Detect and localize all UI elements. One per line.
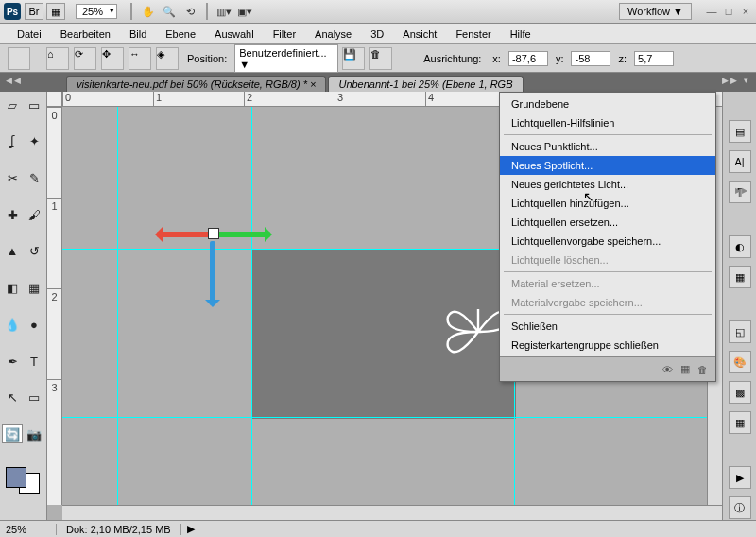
menu-datei[interactable]: Datei: [8, 26, 51, 43]
hand-icon[interactable]: ✋: [140, 3, 157, 20]
type-tool[interactable]: T: [24, 352, 44, 371]
status-docsize[interactable]: Dok: 2,10 MB/2,15 MB: [57, 524, 181, 535]
menu-auswahl[interactable]: Auswahl: [205, 26, 264, 43]
ruler-origin[interactable]: [47, 92, 62, 107]
stamp-tool[interactable]: ▲: [2, 242, 23, 261]
blur-tool[interactable]: 💧: [2, 315, 23, 334]
dodge-tool[interactable]: ●: [24, 315, 44, 334]
gizmo-center[interactable]: [208, 228, 219, 239]
new-icon[interactable]: ▦: [680, 363, 690, 375]
3d-gizmo[interactable]: [157, 211, 270, 315]
actions-panel-icon[interactable]: ▶: [729, 466, 751, 489]
z-axis-handle[interactable]: [210, 241, 215, 305]
eraser-tool[interactable]: ◧: [2, 279, 23, 298]
menu-neues-spotlicht[interactable]: Neues Spotlicht...: [500, 156, 715, 175]
lasso-tool[interactable]: ʆ: [2, 132, 23, 151]
scrollbar-horizontal[interactable]: [62, 505, 722, 520]
history-panel-icon[interactable]: ▤: [729, 120, 751, 143]
navigator-panel-icon[interactable]: ◱: [729, 320, 751, 343]
tab-right-icon[interactable]: ▶▶ ▾: [722, 76, 750, 85]
info-panel-icon[interactable]: ⓘ: [729, 496, 751, 519]
shape-tool[interactable]: ▭: [24, 389, 44, 407]
3d-slide-icon[interactable]: ↔: [129, 47, 151, 70]
menu-lichtquellen-hilfslinien[interactable]: Lichtquellen-Hilfslinien: [500, 113, 715, 132]
menu-lichtquellenvorgabe-speichern[interactable]: Lichtquellenvorgabe speichern...: [500, 232, 715, 251]
menu-lichtquellen-ersetzen[interactable]: Lichtquellen ersetzen...: [500, 213, 715, 232]
panel-context-menu: Grundebene Lichtquellen-Hilfslinien Neue…: [499, 92, 716, 382]
adjustments-panel-icon[interactable]: ◐: [729, 235, 751, 258]
3d-home-icon[interactable]: ⌂: [46, 47, 69, 70]
x-axis-handle[interactable]: [157, 232, 212, 237]
zoom-icon[interactable]: 🔍: [161, 3, 178, 20]
visibility-icon[interactable]: 👁: [662, 364, 673, 375]
menu-hilfe[interactable]: Hilfe: [501, 26, 541, 43]
rotate-icon[interactable]: ⟲: [181, 3, 198, 20]
menu-registerkartengruppe-schliessen[interactable]: Registerkartengruppe schließen: [500, 336, 715, 355]
color-swatch[interactable]: [6, 467, 40, 494]
minimize-button[interactable]: —: [705, 5, 718, 18]
arrange-icon[interactable]: ▥▾: [215, 3, 232, 20]
menu-neues-gerichtetes-licht[interactable]: Neues gerichtetes Licht...: [500, 175, 715, 194]
tool-preset-icon[interactable]: [8, 47, 30, 70]
layers-panel-icon[interactable]: ▦: [729, 266, 751, 288]
3d-scale-icon[interactable]: ◈: [156, 47, 179, 70]
trash-icon[interactable]: 🗑: [697, 364, 708, 375]
menu-ansicht[interactable]: Ansicht: [393, 26, 446, 43]
document-tabs: visitenkarte-neu.pdf bei 50% (Rückseite,…: [0, 73, 756, 92]
menu-ebene[interactable]: Ebene: [156, 26, 205, 43]
menu-fenster[interactable]: Fenster: [446, 26, 500, 43]
tab-unbenannt[interactable]: Unbenannt-1 bei 25% (Ebene 1, RGB: [328, 76, 523, 92]
z-input[interactable]: [634, 51, 674, 66]
screenmode-icon[interactable]: ▣▾: [236, 3, 253, 20]
3d-camera-tool[interactable]: 📷: [24, 424, 44, 443]
bridge-button[interactable]: Br: [25, 3, 43, 20]
menu-separator: [504, 314, 712, 315]
menu-analyse[interactable]: Analyse: [305, 26, 361, 43]
menu-neues-punktlicht[interactable]: Neues Punktlicht...: [500, 137, 715, 156]
close-button[interactable]: ×: [739, 5, 752, 18]
position-select[interactable]: Benutzerdefiniert... ▼: [234, 44, 338, 73]
path-tool[interactable]: ↖: [2, 389, 23, 407]
styles-panel-icon[interactable]: ▦: [729, 411, 751, 434]
menu-3d[interactable]: 3D: [361, 26, 393, 43]
guide-horizontal[interactable]: [62, 417, 707, 418]
gradient-tool[interactable]: ▦: [24, 279, 44, 298]
pen-tool[interactable]: ✒: [2, 352, 23, 371]
x-input[interactable]: [508, 51, 548, 66]
history-tool[interactable]: ↺: [24, 242, 44, 261]
y-axis-handle[interactable]: [215, 232, 270, 237]
menu-bearbeiten[interactable]: Bearbeiten: [51, 26, 120, 43]
status-zoom[interactable]: 25%: [0, 524, 57, 535]
maximize-button[interactable]: □: [722, 5, 735, 18]
3d-pan-icon[interactable]: ✥: [101, 47, 124, 70]
3d-rotate-tool[interactable]: 🔄: [2, 424, 23, 443]
heal-tool[interactable]: ✚: [2, 205, 23, 224]
menu-schliessen[interactable]: Schließen: [500, 317, 715, 336]
miniview-button[interactable]: ▦: [46, 3, 65, 20]
paragraph-panel-icon[interactable]: ¶: [729, 181, 751, 203]
ruler-vertical[interactable]: 0123: [47, 107, 62, 505]
menu-bild[interactable]: Bild: [120, 26, 156, 43]
y-input[interactable]: [571, 51, 610, 66]
brush-tool[interactable]: 🖌: [24, 205, 44, 224]
wand-tool[interactable]: ✦: [24, 132, 44, 151]
zoom-select[interactable]: 25%: [76, 4, 117, 19]
status-arrow-icon[interactable]: ▶: [181, 523, 200, 535]
3d-rotate-icon[interactable]: ⟳: [74, 47, 96, 70]
swatches-panel-icon[interactable]: ▩: [729, 381, 751, 404]
move-tool[interactable]: ▱: [2, 95, 23, 114]
marquee-tool[interactable]: ▭: [24, 95, 44, 114]
tab-visitenkarte[interactable]: visitenkarte-neu.pdf bei 50% (Rückseite,…: [66, 76, 326, 92]
menu-filter[interactable]: Filter: [264, 26, 305, 43]
foreground-color[interactable]: [6, 467, 26, 488]
eyedropper-tool[interactable]: ✎: [24, 168, 44, 187]
guide-vertical[interactable]: [117, 107, 118, 505]
save-icon[interactable]: 💾: [342, 47, 365, 70]
menu-lichtquellen-hinzufuegen[interactable]: Lichtquellen hinzufügen...: [500, 194, 715, 213]
workspace-select[interactable]: Workflow ▼: [619, 3, 692, 20]
delete-icon[interactable]: 🗑: [369, 47, 392, 70]
character-panel-icon[interactable]: A|: [729, 150, 751, 173]
crop-tool[interactable]: ✂: [2, 168, 23, 187]
color-panel-icon[interactable]: 🎨: [729, 351, 751, 373]
menu-grundebene[interactable]: Grundebene: [500, 95, 715, 113]
